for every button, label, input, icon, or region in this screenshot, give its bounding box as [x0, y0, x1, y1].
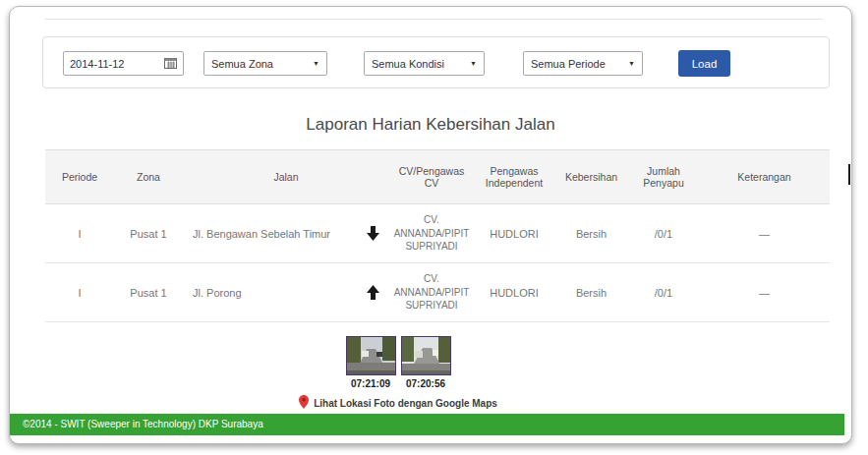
road-photo-thumbnail[interactable]	[346, 336, 396, 375]
date-value: 2014-11-12	[70, 58, 124, 70]
cell-kebersihan: Bersih	[554, 204, 628, 263]
load-button[interactable]: Load	[678, 50, 730, 77]
calendar-icon[interactable]	[164, 57, 177, 71]
text-cursor-artifact	[848, 164, 850, 185]
header-kebersihan: Kebersihan	[554, 150, 628, 204]
kondisi-select[interactable]: Semua Kondisi ▼	[364, 51, 485, 76]
header-zona: Zona	[114, 150, 183, 204]
photo-timestamp: 07:21:09	[346, 378, 396, 389]
cell-cv-pengawas: CV. ANNANDA/PIPIT SUPRIYADI	[389, 204, 474, 263]
jalan-name: Jl. Porong	[193, 287, 242, 299]
header-jumlah-penyapu: Jumlah Penyapu	[628, 150, 699, 204]
cell-jumlah-penyapu: /0/1	[628, 204, 699, 263]
cell-zona: Pusat 1	[114, 204, 183, 263]
table-row[interactable]: I Pusat 1 Jl. Bengawan Sebelah Timur CV.…	[45, 204, 830, 263]
footer: ©2014 - SWIT (Sweeper in Technology) DKP…	[10, 414, 844, 435]
chevron-down-icon: ▼	[628, 60, 635, 67]
cell-keterangan: —	[699, 204, 830, 263]
cell-periode: I	[45, 204, 114, 263]
table-header-row: Periode Zona Jalan CV/Pengawas CV Pengaw…	[45, 150, 830, 204]
chevron-down-icon: ▼	[470, 60, 477, 67]
cell-zona: Pusat 1	[114, 263, 183, 322]
photo-timestamp: 07:20:56	[401, 378, 451, 389]
google-maps-link-label: Lihat Lokasi Foto dengan Google Maps	[314, 398, 497, 409]
expand-up-arrow-icon	[367, 285, 379, 300]
road-photo-thumbnail[interactable]	[401, 336, 451, 375]
cell-jalan: Jl. Bengawan Sebelah Timur	[183, 204, 389, 263]
page-title: Laporan Harian Kebersihan Jalan	[10, 115, 851, 135]
copyright-text: ©2014 - SWIT (Sweeper in Technology) DKP…	[23, 419, 263, 429]
cell-cv-pengawas: CV. ANNANDA/PIPIT SUPRIYADI	[389, 263, 474, 322]
periode-select[interactable]: Semua Periode ▼	[523, 51, 643, 76]
jalan-name: Jl. Bengawan Sebelah Timur	[193, 228, 330, 240]
header-jalan: Jalan	[183, 150, 389, 204]
date-input[interactable]: 2014-11-12	[63, 51, 184, 76]
cell-keterangan: —	[699, 263, 830, 322]
cell-pengawas-independent: HUDLORI	[474, 263, 554, 322]
top-divider	[45, 19, 823, 20]
cell-periode: I	[45, 263, 114, 322]
cell-kebersihan: Bersih	[554, 263, 628, 322]
header-periode: Periode	[45, 150, 114, 204]
kondisi-selected-value: Semua Kondisi	[372, 58, 444, 70]
table-row[interactable]: I Pusat 1 Jl. Porong CV. ANNANDA/PIPIT S…	[45, 263, 830, 322]
header-cv-pengawas: CV/Pengawas CV	[389, 150, 474, 204]
chevron-down-icon: ▼	[313, 60, 319, 67]
google-maps-link[interactable]: Lihat Lokasi Foto dengan Google Maps	[299, 395, 497, 411]
cell-jalan: Jl. Porong	[183, 263, 389, 322]
filter-panel: 2014-11-12 Semua Zona ▼ Semua Kondisi ▼ …	[42, 36, 830, 88]
report-table: Periode Zona Jalan CV/Pengawas CV Pengaw…	[45, 149, 830, 426]
periode-selected-value: Semua Periode	[531, 58, 606, 70]
app-window: 2014-11-12 Semua Zona ▼ Semua Kondisi ▼ …	[9, 6, 852, 444]
header-pengawas-independent: Pengawas Independent	[474, 150, 554, 204]
header-keterangan: Keterangan	[699, 150, 830, 204]
cell-pengawas-independent: HUDLORI	[474, 204, 554, 263]
zona-select[interactable]: Semua Zona ▼	[203, 51, 327, 76]
collapse-down-arrow-icon	[367, 226, 379, 241]
zona-selected-value: Semua Zona	[211, 58, 273, 70]
photo-detail-cell: 07:21:09 07:20:56 Lihat Lokasi Foto deng…	[45, 322, 830, 426]
photo-detail-row: 07:21:09 07:20:56 Lihat Lokasi Foto deng…	[45, 322, 830, 426]
cell-jumlah-penyapu: /0/1	[628, 263, 699, 322]
map-pin-icon	[299, 395, 309, 411]
